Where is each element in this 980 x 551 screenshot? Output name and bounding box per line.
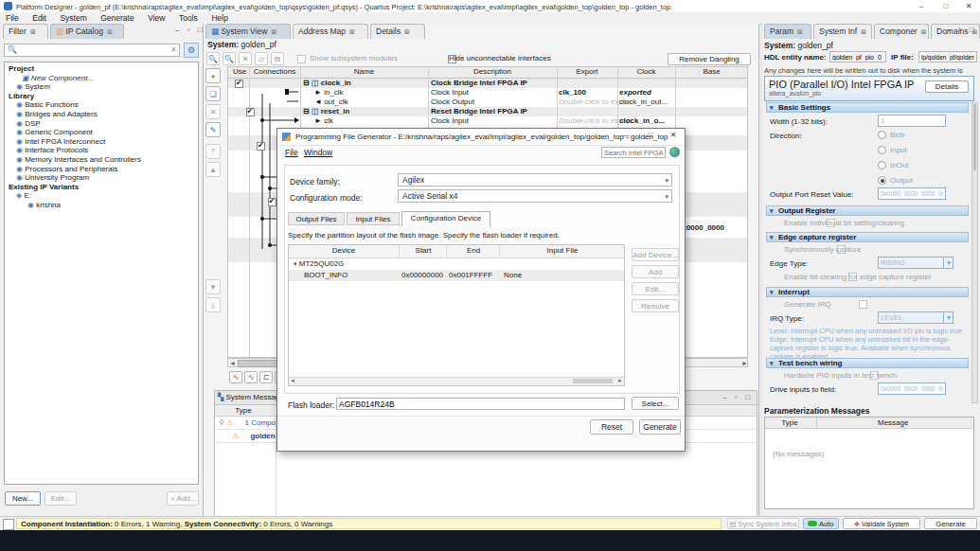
tree-expand-icon[interactable]: ◉ — [16, 137, 25, 146]
col-use[interactable]: Use — [230, 66, 249, 78]
ip-file-input[interactable] — [918, 51, 977, 62]
move-down-icon[interactable]: ▼ — [205, 279, 221, 294]
dialog-title-bar[interactable]: Programming File Generator - E:/krishna/… — [277, 129, 685, 146]
col-clock[interactable]: Clock — [617, 66, 675, 78]
menu-view[interactable]: View — [142, 12, 170, 24]
tree-expand-icon[interactable]: ◉ — [16, 173, 25, 182]
tab-close-icon[interactable]: ⊠ — [404, 28, 410, 35]
zoom-in-icon[interactable]: 🔍 — [206, 52, 220, 65]
new-button[interactable]: New... — [5, 491, 41, 506]
partition-row[interactable]: BOOT_INFO 0x00000000 0x001FFFFF None — [289, 270, 624, 281]
col-end[interactable]: End — [446, 245, 500, 257]
radio-input[interactable] — [878, 146, 886, 154]
col-base[interactable]: Base — [675, 66, 748, 78]
dialog-maximize-button[interactable]: □ — [640, 131, 661, 139]
tab-close-icon[interactable]: ⊠ — [921, 28, 927, 35]
messages-col-type[interactable]: Type — [215, 405, 272, 416]
tree-item-interface-protocols[interactable]: ◉ Interface Protocols — [9, 146, 198, 155]
tab-close-icon[interactable]: ⊠ — [107, 28, 113, 35]
scroll-thumb[interactable] — [573, 379, 613, 383]
tree-item-intel-fpga-interconnect[interactable]: ◉ Intel FPGA Interconnect — [9, 137, 198, 147]
left-panel-window-controls[interactable]: – ▫ □ — [175, 26, 205, 34]
tree-expand-icon[interactable]: ◉ — [16, 155, 25, 164]
remove-partition-button[interactable]: Remove — [632, 299, 679, 312]
dialog-menu-window[interactable]: Window — [304, 148, 332, 157]
validate-system-integrity-button[interactable]: ❖ Validate System Integrity — [843, 518, 920, 529]
dialog-minimize-button[interactable]: — — [615, 131, 636, 139]
close-button[interactable]: ✕ — [958, 0, 979, 12]
details-button[interactable]: Details — [925, 80, 969, 93]
section-test-bench[interactable]: Test bench wiring — [766, 358, 969, 368]
tab-filter[interactable]: Filter⊠ — [3, 24, 48, 39]
use-checkbox-row[interactable] — [257, 142, 265, 151]
col-device[interactable]: Device — [289, 245, 399, 257]
menu-generate[interactable]: Generate — [95, 12, 139, 24]
scroll-left-icon[interactable]: ◄ — [229, 359, 236, 367]
tree-item-university-program[interactable]: ◉ University Program — [9, 173, 198, 183]
box-icon[interactable]: ⊏ — [259, 371, 273, 383]
waveform-icon[interactable]: ∿ — [229, 371, 242, 383]
use-checkbox-reset-in[interactable] — [246, 108, 255, 116]
tab-close-icon[interactable]: ⊠ — [797, 28, 803, 35]
tree-expand-icon[interactable]: ◉ — [16, 119, 25, 128]
col-input-file[interactable]: Input File — [499, 245, 625, 257]
scroll-right-icon[interactable]: ► — [741, 359, 748, 367]
edit-partition-button[interactable]: Edit... — [632, 282, 679, 295]
add-button[interactable]: ＋Add... — [167, 491, 199, 506]
device-row[interactable]: ▾ MT25QU02G — [289, 258, 624, 270]
tree-item-krishna[interactable]: ◉ krishna — [9, 201, 198, 210]
tree-expand-icon[interactable]: ◉ — [16, 146, 25, 154]
tab-system-view[interactable]: ▦ System View⊠ — [205, 24, 291, 39]
auto-toggle[interactable]: Auto — [803, 518, 839, 529]
move-bottom-icon[interactable]: ⤓ — [205, 297, 221, 312]
col-export[interactable]: Export — [557, 66, 617, 78]
reset-value-input[interactable] — [878, 187, 946, 200]
row-clock-in[interactable]: ⊟ ◫ clock_in — [303, 79, 351, 88]
tree-item-system[interactable]: ◉ System — [9, 82, 198, 92]
drive-inputs-input[interactable] — [878, 382, 946, 395]
clear-search-icon[interactable]: ✕ — [170, 45, 177, 54]
col-connections[interactable]: Connections — [249, 66, 300, 78]
use-checkbox-clock-in[interactable] — [235, 80, 243, 88]
menu-system[interactable]: System — [54, 12, 92, 24]
col-start[interactable]: Start — [399, 245, 447, 257]
row-out-clk[interactable]: ◄ out_clk — [314, 98, 348, 107]
menu-help[interactable]: Help — [205, 12, 233, 24]
tab-details[interactable]: Details⊠ — [370, 24, 425, 39]
menu-edit[interactable]: Edit — [27, 12, 52, 24]
row-clk[interactable]: ► clk — [314, 116, 333, 126]
config-mode-select[interactable]: Active Serial x4 ▾ — [398, 189, 672, 203]
tree-item-memory-interfaces[interactable]: ◉ Memory Interfaces and Controllers — [9, 155, 198, 165]
generate-irq-checkbox[interactable] — [859, 300, 867, 309]
tree-collapse-icon[interactable]: ▾ — [294, 260, 297, 267]
param-scrollbar[interactable] — [971, 102, 978, 403]
collapse-icon[interactable]: ▱ — [255, 52, 268, 65]
param-msg-col-type[interactable]: Type — [765, 418, 814, 428]
use-checkbox-row[interactable] — [268, 198, 276, 206]
section-interrupt[interactable]: Interrupt — [766, 287, 969, 297]
connect-icon[interactable]: ⧉ — [271, 52, 284, 65]
hdl-entity-input[interactable] — [829, 51, 886, 62]
partition-h-scrollbar[interactable]: ◄ ► — [289, 377, 624, 385]
gear-icon[interactable]: ⚙ — [184, 43, 199, 58]
tree-expand-icon[interactable]: ◉ — [16, 128, 25, 136]
dialog-tab-output-files[interactable]: Output Files — [288, 212, 345, 225]
scroll-right-icon[interactable]: ► — [617, 378, 623, 383]
radio-inout[interactable] — [878, 161, 886, 169]
menu-file[interactable]: File — [0, 12, 25, 24]
tree-expand-icon[interactable]: ◉ — [16, 82, 25, 91]
messages-window-controls[interactable]: – ▫ □ — [722, 391, 753, 404]
tab-system-info[interactable]: System Inf⊠ — [813, 24, 872, 39]
dialog-search-input[interactable] — [601, 147, 666, 158]
add-partition-button[interactable]: Add Partition... — [632, 265, 679, 278]
tree-item-dsp[interactable]: ◉ DSP — [9, 119, 198, 129]
tab-close-icon[interactable]: ⊠ — [30, 28, 36, 35]
waveform2-icon[interactable]: ∿ — [244, 371, 258, 383]
row-reset-in[interactable]: ⊟ ◫ reset_in — [303, 107, 349, 116]
globe-icon[interactable] — [669, 147, 680, 157]
expand-key-icon[interactable]: ⚲ — [219, 418, 224, 427]
section-edge-capture[interactable]: Edge capture register — [766, 232, 969, 242]
section-basic-settings[interactable]: Basic Settings — [766, 102, 969, 113]
dialog-menu-file[interactable]: File — [285, 148, 298, 157]
device-family-select[interactable]: Agilex ▾ — [398, 173, 672, 187]
